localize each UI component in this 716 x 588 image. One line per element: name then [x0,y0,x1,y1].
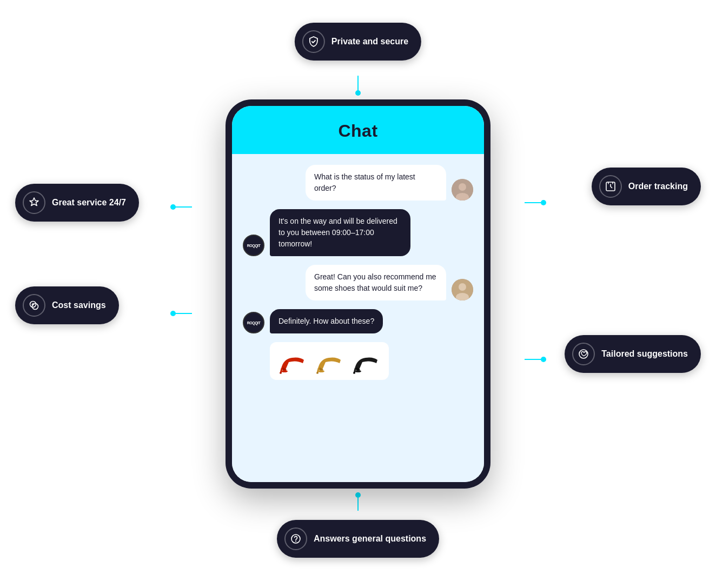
pill-private-secure: Private and secure [295,23,421,61]
message-bubble-1: What is the status of my latest order? [306,165,446,201]
bot-avatar-2: ROQQIT [243,312,264,333]
svg-point-18 [281,370,288,372]
svg-point-11 [355,492,361,498]
pill-tailored-label: Tailored suggestions [601,349,688,359]
svg-point-3 [170,204,176,210]
bot-avatar-1: ROQQIT [243,235,264,256]
message-row-2: ROQQIT It's on the way and will be deliv… [243,209,473,256]
order-tracking-icon [599,175,622,198]
shield-icon [302,30,325,53]
pill-answers-questions: Answers general questions [277,520,439,558]
chat-body: What is the status of my latest order? R… [232,154,484,482]
pill-service-label: Great service 24/7 [52,198,126,208]
message-row-3: Great! Can you also recommend me some sh… [243,265,473,300]
pill-cost-savings: Cost savings [15,286,119,324]
pill-great-service: Great service 24/7 [15,184,139,222]
shoes-recommendation [270,342,389,380]
svg-point-5 [170,311,176,316]
message-row-1: What is the status of my latest order? [243,165,473,201]
shoe-red [276,348,309,375]
user-avatar-1 [452,179,473,201]
svg-point-9 [541,357,546,362]
star-icon [23,191,45,214]
svg-point-24 [355,370,361,372]
svg-point-21 [318,370,324,372]
svg-point-26 [353,372,355,374]
svg-point-20 [280,372,282,374]
shoe-gold [313,348,346,375]
svg-point-16 [459,283,466,291]
heart-icon [572,343,595,365]
pill-cost-label: Cost savings [52,300,106,310]
tablet-device: Chat What is the status of my latest ord… [226,99,490,489]
svg-point-23 [316,372,319,374]
pill-order-tracking: Order tracking [592,168,701,205]
svg-point-32 [295,541,296,542]
chat-title: Chat [243,121,473,141]
message-bubble-4: Definitely. How about these? [270,309,383,333]
pill-answers-label: Answers general questions [314,534,426,544]
pill-tailored-suggestions: Tailored suggestions [565,335,701,373]
chat-header: Chat [232,106,484,154]
message-row-4: ROQQIT Definitely. How about these? [243,309,473,333]
svg-point-31 [291,534,300,543]
scene: Chat What is the status of my latest ord… [0,0,716,588]
svg-point-13 [459,183,466,191]
message-bubble-3: Great! Can you also recommend me some sh… [306,265,446,300]
tablet-screen: Chat What is the status of my latest ord… [232,106,484,482]
coins-icon [23,294,45,317]
user-avatar-2 [452,279,473,300]
svg-point-1 [355,90,361,96]
pill-order-label: Order tracking [628,182,688,191]
svg-point-7 [541,200,546,205]
message-bubble-2: It's on the way and will be delivered to… [270,209,410,256]
shoe-black [350,348,382,375]
pill-private-label: Private and secure [332,37,408,46]
question-icon [284,527,307,550]
